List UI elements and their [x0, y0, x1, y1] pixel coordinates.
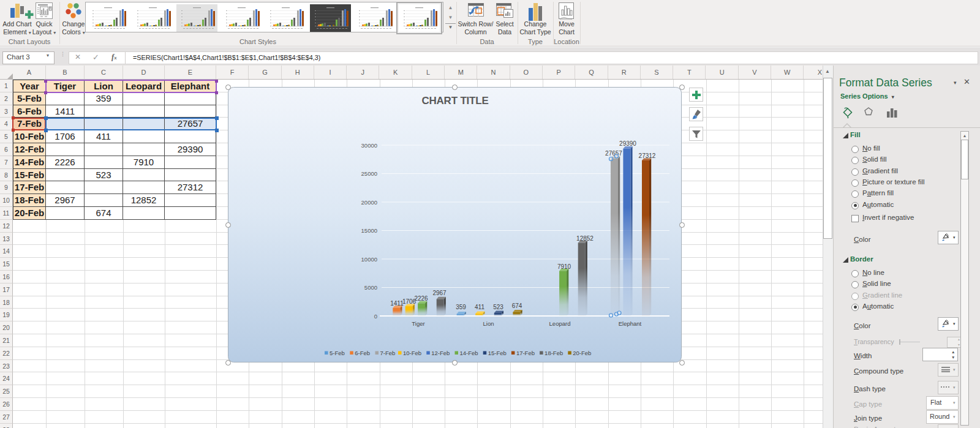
svg-text:Lion: Lion: [483, 320, 494, 327]
svg-text:CHART TITLE: CHART TITLE: [421, 95, 488, 107]
svg-text:411: 411: [475, 304, 484, 310]
svg-text:2226: 2226: [414, 295, 428, 302]
svg-text:523: 523: [493, 304, 503, 310]
svg-text:6-Feb: 6-Feb: [355, 350, 370, 356]
svg-text:20000: 20000: [361, 199, 377, 206]
svg-text:Elephant: Elephant: [619, 320, 642, 327]
svg-text:30000: 30000: [361, 142, 377, 149]
svg-text:12-Feb: 12-Feb: [431, 350, 450, 356]
svg-text:27312: 27312: [639, 152, 656, 159]
svg-text:674: 674: [512, 302, 522, 309]
svg-text:7-Feb: 7-Feb: [380, 350, 396, 356]
svg-text:5-Feb: 5-Feb: [330, 350, 345, 356]
svg-text:359: 359: [456, 304, 466, 310]
svg-text:20-Feb: 20-Feb: [573, 350, 591, 356]
svg-text:2967: 2967: [432, 290, 447, 296]
svg-text:7910: 7910: [557, 263, 571, 270]
svg-text:27657: 27657: [605, 150, 622, 157]
svg-text:0: 0: [374, 313, 377, 320]
svg-text:12852: 12852: [576, 235, 594, 242]
svg-text:Leopard: Leopard: [549, 320, 571, 327]
svg-text:29390: 29390: [619, 140, 636, 147]
svg-text:17-Feb: 17-Feb: [516, 350, 535, 356]
svg-text:10-Feb: 10-Feb: [403, 350, 421, 356]
svg-text:15000: 15000: [361, 227, 377, 234]
svg-text:5000: 5000: [364, 284, 377, 291]
svg-text:10000: 10000: [361, 256, 377, 263]
svg-text:14-Feb: 14-Feb: [460, 350, 478, 356]
svg-text:15-Feb: 15-Feb: [488, 350, 507, 356]
svg-text:18-Feb: 18-Feb: [545, 350, 563, 356]
svg-text:Tiger: Tiger: [412, 320, 424, 327]
svg-text:25000: 25000: [361, 170, 377, 177]
